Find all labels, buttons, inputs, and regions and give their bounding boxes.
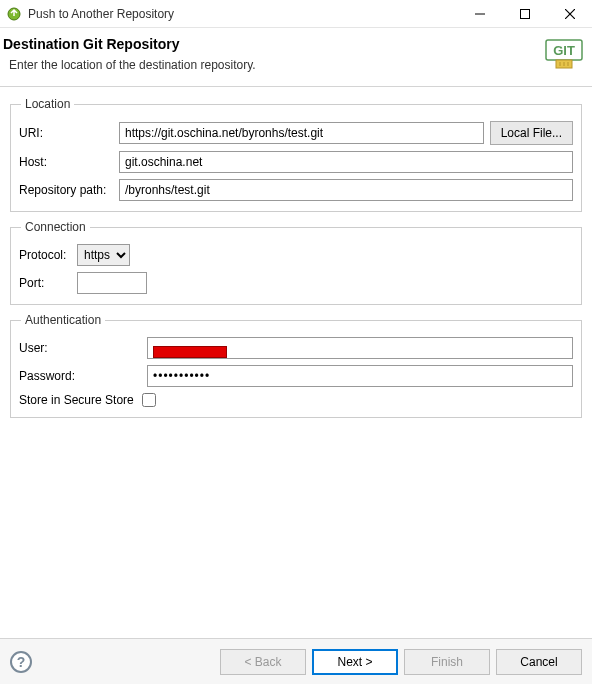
protocol-label: Protocol: [19, 248, 77, 262]
page-title: Destination Git Repository [3, 36, 582, 52]
password-input[interactable] [147, 365, 573, 387]
window-title: Push to Another Repository [28, 7, 457, 21]
app-icon [6, 6, 22, 22]
titlebar: Push to Another Repository [0, 0, 592, 28]
next-button[interactable]: Next > [312, 649, 398, 675]
dialog-header: Destination Git Repository Enter the loc… [0, 28, 592, 87]
protocol-select[interactable]: https [77, 244, 130, 266]
connection-group: Connection Protocol: https Port: [10, 220, 582, 305]
location-group: Location URI: Local File... Host: Reposi… [10, 97, 582, 212]
authentication-legend: Authentication [21, 313, 105, 327]
store-secure-checkbox[interactable] [142, 393, 156, 407]
maximize-button[interactable] [502, 0, 547, 28]
finish-button[interactable]: Finish [404, 649, 490, 675]
cancel-button[interactable]: Cancel [496, 649, 582, 675]
help-button[interactable]: ? [10, 651, 32, 673]
minimize-button[interactable] [457, 0, 502, 28]
svg-rect-2 [520, 9, 529, 18]
git-logo-icon: GIT [542, 36, 586, 80]
host-input[interactable] [119, 151, 573, 173]
page-subtitle: Enter the location of the destination re… [9, 58, 582, 72]
port-input[interactable] [77, 272, 147, 294]
connection-legend: Connection [21, 220, 90, 234]
close-button[interactable] [547, 0, 592, 28]
host-label: Host: [19, 155, 119, 169]
back-button[interactable]: < Back [220, 649, 306, 675]
store-secure-label: Store in Secure Store [19, 393, 134, 407]
dialog-content: Location URI: Local File... Host: Reposi… [0, 87, 592, 418]
password-label: Password: [19, 369, 147, 383]
location-legend: Location [21, 97, 74, 111]
uri-label: URI: [19, 126, 119, 140]
svg-text:GIT: GIT [553, 43, 575, 58]
authentication-group: Authentication User: Password: Store in … [10, 313, 582, 418]
redaction-overlay [153, 346, 227, 358]
local-file-button[interactable]: Local File... [490, 121, 573, 145]
repo-path-label: Repository path: [19, 183, 119, 197]
port-label: Port: [19, 276, 77, 290]
repo-path-input[interactable] [119, 179, 573, 201]
dialog-footer: ? < Back Next > Finish Cancel [0, 638, 592, 684]
user-label: User: [19, 341, 147, 355]
uri-input[interactable] [119, 122, 484, 144]
